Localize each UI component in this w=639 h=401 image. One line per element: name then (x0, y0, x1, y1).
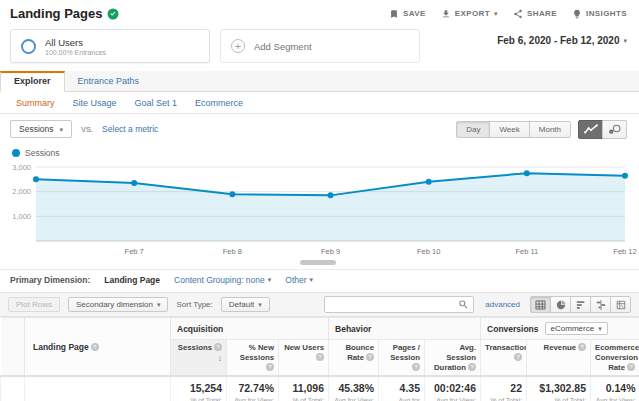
subtab-site-usage[interactable]: Site Usage (73, 98, 117, 108)
comparison-view-button[interactable] (590, 296, 611, 313)
subtab-goal-set-1[interactable]: Goal Set 1 (135, 98, 178, 108)
share-label: SHARE (527, 9, 557, 18)
chart-type-button-group (579, 120, 627, 139)
conversions-goal-selector[interactable]: eCommerce ▾ (545, 322, 608, 335)
content-grouping-label: Content Grouping: none (174, 275, 265, 285)
help-icon[interactable] (514, 353, 522, 361)
bar-chart-icon (576, 300, 586, 310)
help-icon[interactable] (412, 363, 420, 371)
search-button[interactable] (457, 299, 470, 310)
add-segment-button[interactable]: + Add Segment (220, 29, 420, 63)
avg-session-duration-column-header[interactable]: Avg. Session Duration (425, 340, 481, 377)
month-button[interactable]: Month (529, 121, 571, 138)
segment-title: All Users (45, 37, 106, 48)
tab-entrance-paths[interactable]: Entrance Paths (65, 72, 153, 91)
advanced-search-link[interactable]: advanced (485, 300, 520, 309)
revenue-column-header[interactable]: Revenue (527, 340, 591, 377)
subtab-ecommerce[interactable]: Ecommerce (195, 98, 243, 108)
segment-circle-icon (21, 39, 36, 54)
landing-pages-report: Landing Pages SAVE EXPORT ▾ SHARE INSIGH… (0, 0, 639, 401)
all-users-segment[interactable]: All Users 100.00% Entrances (10, 29, 210, 63)
save-label: SAVE (403, 9, 426, 18)
pie-chart-icon (556, 300, 566, 310)
line-chart-view-button[interactable] (578, 120, 603, 139)
tab-explorer[interactable]: Explorer (0, 71, 65, 92)
help-icon[interactable] (214, 343, 222, 351)
scrollbar-thumb[interactable] (300, 260, 336, 265)
svg-text:Feb 12: Feb 12 (613, 247, 636, 256)
comparison-icon (596, 300, 606, 310)
behavior-group-header: Behavior (329, 318, 481, 340)
tab-bar: Explorer Entrance Paths (0, 71, 639, 92)
subtab-bar: Summary Site Usage Goal Set 1 Ecommerce (0, 92, 639, 114)
svg-text:Feb 7: Feb 7 (125, 247, 144, 256)
totals-bounce-rate: 45.38%Avg for View: 45.38% (0.00%) (329, 376, 379, 401)
granularity-controls: Day Week Month (456, 120, 627, 139)
behavior-label: Behavior (335, 324, 371, 334)
primary-dimension-row: Primary Dimension: Landing Page Content … (0, 269, 639, 289)
bounce-rate-column-header[interactable]: Bounce Rate (329, 340, 379, 377)
table-view-button-group (531, 296, 631, 313)
conversions-selector-value: eCommerce (551, 324, 595, 333)
week-button[interactable]: Week (489, 121, 529, 138)
title-wrap: Landing Pages (10, 6, 119, 21)
landing-page-header-label: Landing Page (33, 342, 89, 352)
plot-rows-button[interactable]: Plot Rows (8, 297, 60, 312)
new-users-column-header[interactable]: New Users (279, 340, 329, 377)
insights-button[interactable]: INSIGHTS (572, 9, 627, 19)
metric-selector-label: Sessions (19, 124, 54, 134)
export-button[interactable]: EXPORT ▾ (441, 9, 498, 19)
share-button[interactable]: SHARE (513, 9, 557, 19)
help-icon[interactable] (316, 353, 324, 361)
day-button[interactable]: Day (456, 121, 490, 138)
help-icon[interactable] (468, 363, 476, 371)
totals-ecommerce-conversion-rate: 0.14%Avg for View: 0.14% (0.00%) (591, 376, 639, 401)
ecommerce-conversion-rate-column-header[interactable]: Ecommerce Conversion Rate (591, 340, 639, 377)
metric-selector-button[interactable]: Sessions ▾ (10, 120, 72, 138)
percentage-view-button[interactable] (550, 296, 571, 313)
help-icon[interactable] (627, 363, 635, 371)
other-dimension-link[interactable]: Other ▾ (285, 275, 313, 285)
table-search-input[interactable] (330, 300, 457, 309)
performance-view-button[interactable] (570, 296, 591, 313)
conversions-group-header: Conversions eCommerce ▾ (481, 318, 639, 340)
help-icon[interactable] (366, 353, 374, 361)
landing-page-column-header[interactable]: Landing Page (25, 318, 171, 377)
totals-avg-session-duration: 00:02:46Avg for View: 00:02:46 (0.00%) (425, 376, 481, 401)
secondary-dimension-button[interactable]: Secondary dimension ▾ (68, 297, 168, 312)
percent-new-sessions-column-header[interactable]: % New Sessions (227, 340, 279, 377)
content-grouping-link[interactable]: Content Grouping: none ▾ (174, 275, 271, 285)
pivot-view-button[interactable] (610, 296, 631, 313)
header-actions: SAVE EXPORT ▾ SHARE INSIGHTS (389, 9, 627, 19)
chevron-down-icon: ▾ (258, 301, 262, 308)
totals-pages-per-session: 4.35Avg for View: 4.35 (0.00%) (379, 376, 425, 401)
select-a-metric-link[interactable]: Select a metric (102, 124, 158, 134)
vs-label: VS. (81, 125, 93, 134)
sort-descending-icon: ↓ (218, 353, 222, 363)
chevron-down-icon: ▾ (494, 10, 498, 17)
totals-dimension-cell (25, 376, 171, 401)
totals-percent-new-sessions: 72.74%Avg for View: 72.58% (0.22%) (227, 376, 279, 401)
chart-scrollbar[interactable] (0, 259, 639, 266)
table-search-box (324, 296, 474, 313)
date-range-selector[interactable]: Feb 6, 2020 - Feb 12, 2020 ▾ (497, 35, 627, 46)
primary-dimension-landing-page[interactable]: Landing Page (104, 275, 160, 285)
data-table-view-button[interactable] (530, 296, 551, 313)
sort-type-button[interactable]: Default ▾ (221, 297, 270, 312)
totals-checkbox-cell (1, 376, 25, 401)
acquisition-group-header: Acquisition (171, 318, 329, 340)
help-icon[interactable] (266, 363, 274, 371)
help-icon[interactable] (578, 343, 586, 351)
totals-sessions: 15,254% of Total: 100.00% (15,254) (171, 376, 227, 401)
help-icon[interactable] (91, 343, 99, 351)
save-button[interactable]: SAVE (389, 9, 426, 19)
table-view-icon (535, 300, 546, 310)
export-icon (441, 9, 451, 19)
subtab-summary[interactable]: Summary (16, 98, 55, 108)
date-range-text: Feb 6, 2020 - Feb 12, 2020 (497, 35, 619, 46)
motion-chart-view-button[interactable] (602, 120, 627, 139)
pages-per-session-column-header[interactable]: Pages / Session (379, 340, 425, 377)
totals-new-users: 11,096% of Total: 100.09% (11,086) (279, 376, 329, 401)
transactions-column-header[interactable]: Transactions (481, 340, 527, 377)
sessions-column-header[interactable]: Sessions ↓ (171, 340, 227, 377)
